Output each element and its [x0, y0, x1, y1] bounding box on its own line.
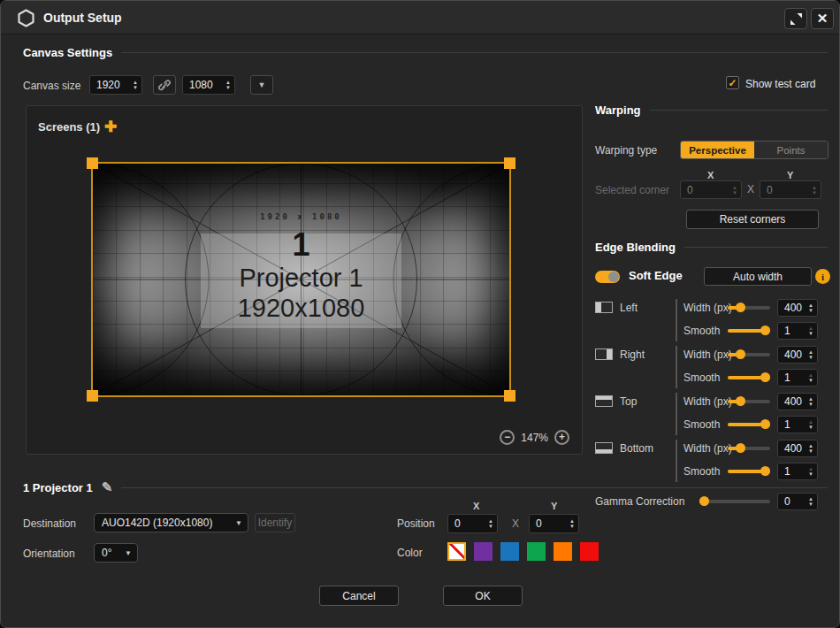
position-label: Position [397, 517, 435, 530]
soft-edge-label: Soft Edge [629, 269, 683, 282]
spinner-arrows[interactable]: ▲▼ [129, 80, 141, 90]
width-label: Width (px) [683, 302, 732, 314]
bottom-smooth-slider[interactable] [728, 466, 770, 476]
left-smooth-slider[interactable] [728, 325, 770, 335]
bottom-width-value: 400 [778, 442, 805, 455]
spinner-arrows[interactable]: ▲▼ [805, 466, 817, 477]
expand-button[interactable] [784, 8, 807, 29]
reset-corners-button[interactable]: Reset corners [686, 210, 819, 229]
corner-handle-bottom-left[interactable] [87, 390, 98, 402]
corner-y-spinner[interactable]: 0 ▲▼ [760, 180, 821, 199]
add-screen-button[interactable]: ✚ [104, 118, 117, 136]
app-hexagon-icon [18, 9, 34, 31]
width-label: Width (px) [683, 348, 732, 361]
corner-handle-bottom-right[interactable] [504, 390, 515, 402]
warping-section: Warping [595, 103, 828, 117]
group-divider [676, 299, 677, 341]
color-swatch-red[interactable] [580, 542, 599, 561]
spinner-arrows[interactable]: ▲▼ [805, 443, 817, 454]
info-icon[interactable]: i [815, 269, 830, 284]
zoom-in-button[interactable]: + [554, 430, 569, 445]
projector-section: 1 Projector 1 ✎ [23, 479, 828, 495]
canvas-width-spinner[interactable]: 1920 ▲▼ [89, 75, 142, 95]
left-width-spinner[interactable]: 400 ▲▼ [777, 299, 818, 317]
chevron-down-icon: ▼ [118, 549, 132, 557]
position-x-spinner[interactable]: 0 ▲▼ [447, 514, 498, 533]
spinner-arrows[interactable]: ▲▼ [805, 396, 817, 407]
spinner-arrows[interactable]: ▲▼ [729, 185, 741, 195]
right-width-slider[interactable] [728, 349, 770, 359]
orientation-dropdown[interactable]: 0° ▼ [94, 543, 138, 563]
zoom-out-button[interactable]: − [500, 430, 515, 445]
left-width-slider[interactable] [728, 303, 770, 312]
right-smooth-slider[interactable] [728, 372, 770, 382]
bottom-width-spinner[interactable]: 400 ▲▼ [777, 440, 818, 457]
projector-title: 1 Projector 1 [23, 481, 93, 494]
color-swatch-none[interactable] [447, 542, 466, 561]
gamma-spinner[interactable]: 0 ▲▼ [777, 493, 818, 510]
top-smooth-spinner[interactable]: 1 ▲▼ [777, 416, 818, 433]
section-divider [650, 110, 828, 111]
canvas-settings-title: Canvas Settings [23, 46, 112, 59]
right-smooth-spinner[interactable]: 1 ▲▼ [777, 369, 818, 387]
warping-type-points[interactable]: Points [754, 142, 828, 158]
close-button[interactable]: ✕ [811, 8, 834, 29]
section-divider [121, 52, 828, 53]
destination-dropdown[interactable]: AUO142D (1920x1080) ▼ [94, 513, 248, 532]
left-smooth-spinner[interactable]: 1 ▲▼ [777, 322, 818, 340]
edge-blending-title: Edge Blending [595, 241, 676, 254]
color-swatch-blue[interactable] [500, 542, 519, 561]
corner-handle-top-right[interactable] [504, 157, 515, 169]
spinner-arrows[interactable]: ▲▼ [485, 518, 497, 529]
corner-handle-top-left[interactable] [87, 157, 98, 169]
gamma-correction-label: Gamma Correction [595, 495, 684, 508]
spinner-arrows[interactable]: ▲▼ [805, 496, 817, 507]
edit-name-icon[interactable]: ✎ [102, 479, 113, 495]
show-test-card-label: Show test card [745, 78, 815, 90]
test-card-screen[interactable]: 1920 x 1080 1 Projector 1 1920x1080 [91, 162, 511, 397]
test-card-number: 1 [93, 226, 509, 264]
top-width-slider[interactable] [728, 396, 770, 406]
destination-value: AUO142D (1920x1080) [102, 517, 212, 529]
right-width-spinner[interactable]: 400 ▲▼ [777, 346, 818, 364]
canvas-height-spinner[interactable]: 1080 ▲▼ [182, 75, 235, 95]
right-width-value: 400 [778, 348, 805, 361]
corner-x-value: 0 [681, 184, 729, 196]
spinner-arrows[interactable]: ▲▼ [808, 185, 821, 195]
corner-x-spinner[interactable]: 0 ▲▼ [680, 180, 742, 199]
spinner-arrows[interactable]: ▲▼ [566, 518, 578, 529]
color-swatch-orange[interactable] [554, 542, 572, 561]
spinner-arrows[interactable]: ▲▼ [805, 325, 817, 336]
auto-width-button[interactable]: Auto width [704, 267, 812, 286]
link-dimensions-button[interactable] [153, 75, 176, 95]
spinner-arrows[interactable]: ▲▼ [222, 80, 234, 90]
spinner-arrows[interactable]: ▲▼ [805, 372, 817, 383]
smooth-label: Smooth [683, 325, 720, 337]
top-smooth-slider[interactable] [728, 419, 770, 429]
show-test-card-checkbox[interactable]: ✓ [726, 76, 739, 89]
cancel-button[interactable]: Cancel [319, 586, 399, 606]
canvas-size-label: Canvas size [23, 80, 80, 92]
soft-edge-toggle[interactable] [595, 271, 620, 283]
right-panel: Warping Warping type Perspective Points … [595, 103, 828, 616]
bottom-smooth-value: 1 [778, 465, 805, 478]
spinner-arrows[interactable]: ▲▼ [805, 303, 817, 313]
ok-button[interactable]: OK [443, 586, 523, 606]
identify-button[interactable]: Identify [255, 513, 295, 532]
top-smooth-value: 1 [778, 418, 805, 431]
warping-type-perspective[interactable]: Perspective [681, 142, 754, 158]
bottom-width-slider[interactable] [728, 443, 770, 453]
color-swatch-purple[interactable] [474, 542, 493, 561]
bottom-smooth-spinner[interactable]: 1 ▲▼ [777, 463, 818, 480]
warping-type-label: Warping type [595, 144, 657, 157]
output-setup-dialog: Output Setup ✕ Canvas Settings Canvas si… [0, 0, 840, 628]
destination-label: Destination [23, 517, 76, 530]
position-y-spinner[interactable]: 0 ▲▼ [529, 514, 579, 533]
canvas-preview-panel[interactable]: Screens (1) ✚ 1920 x 1080 1 Projector 1 … [26, 105, 583, 455]
spinner-arrows[interactable]: ▲▼ [805, 419, 817, 430]
gamma-slider[interactable] [699, 496, 770, 506]
color-swatch-green[interactable] [527, 542, 546, 561]
canvas-size-preset-dropdown[interactable]: ▼ [250, 75, 273, 95]
top-width-spinner[interactable]: 400 ▲▼ [777, 393, 818, 410]
spinner-arrows[interactable]: ▲▼ [805, 349, 817, 360]
